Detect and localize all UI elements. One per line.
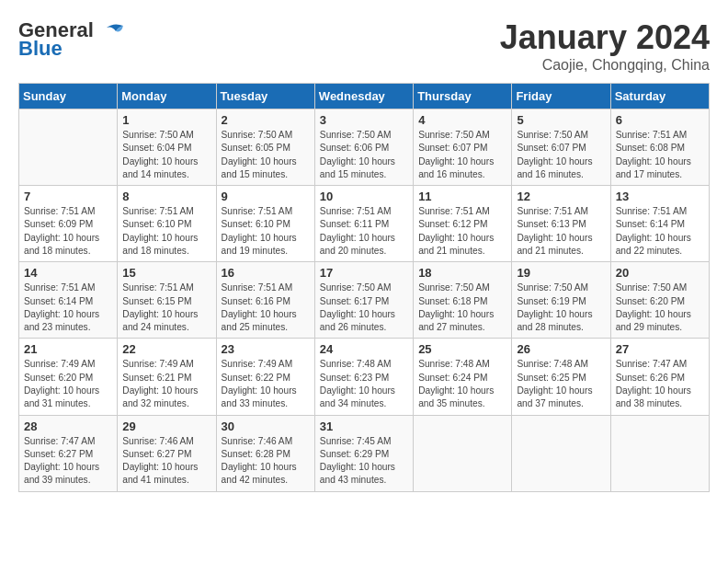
day-info: Sunrise: 7:51 AM Sunset: 6:15 PM Dayligh…: [122, 282, 210, 334]
logo-bird-icon: [97, 20, 125, 40]
calendar-cell: 22Sunrise: 7:49 AM Sunset: 6:21 PM Dayli…: [118, 339, 216, 415]
day-number: 24: [320, 342, 408, 356]
calendar-cell: [610, 415, 709, 491]
day-info: Sunrise: 7:50 AM Sunset: 6:18 PM Dayligh…: [418, 282, 506, 334]
day-info: Sunrise: 7:50 AM Sunset: 6:04 PM Dayligh…: [122, 129, 210, 181]
day-number: 11: [418, 190, 506, 203]
calendar-cell: 18Sunrise: 7:50 AM Sunset: 6:18 PM Dayli…: [414, 262, 512, 339]
day-number: 9: [222, 190, 310, 203]
day-info: Sunrise: 7:49 AM Sunset: 6:22 PM Dayligh…: [222, 358, 310, 410]
calendar-cell: 28Sunrise: 7:47 AM Sunset: 6:27 PM Dayli…: [19, 415, 118, 491]
page-header: General Blue January 2024 Caojie, Chongq…: [18, 18, 710, 74]
day-number: 3: [320, 113, 408, 127]
weekday-header-sunday: Sunday: [19, 84, 118, 109]
calendar-header: SundayMondayTuesdayWednesdayThursdayFrid…: [19, 84, 710, 109]
calendar-table: SundayMondayTuesdayWednesdayThursdayFrid…: [18, 83, 710, 492]
day-info: Sunrise: 7:51 AM Sunset: 6:10 PM Dayligh…: [222, 205, 310, 258]
logo-blue-text: Blue: [18, 37, 63, 61]
day-number: 14: [24, 266, 112, 280]
day-info: Sunrise: 7:46 AM Sunset: 6:27 PM Dayligh…: [122, 435, 210, 488]
day-info: Sunrise: 7:51 AM Sunset: 6:16 PM Dayligh…: [222, 282, 310, 334]
calendar-cell: 4Sunrise: 7:50 AM Sunset: 6:07 PM Daylig…: [414, 109, 512, 186]
day-number: 28: [24, 419, 112, 433]
calendar-cell: 13Sunrise: 7:51 AM Sunset: 6:14 PM Dayli…: [610, 186, 709, 262]
week-row-4: 21Sunrise: 7:49 AM Sunset: 6:20 PM Dayli…: [19, 339, 710, 415]
month-year-title: January 2024: [500, 18, 710, 57]
calendar-cell: 3Sunrise: 7:50 AM Sunset: 6:06 PM Daylig…: [314, 109, 413, 186]
weekday-header-thursday: Thursday: [414, 84, 512, 109]
day-info: Sunrise: 7:51 AM Sunset: 6:14 PM Dayligh…: [616, 205, 704, 258]
calendar-cell: 25Sunrise: 7:48 AM Sunset: 6:24 PM Dayli…: [414, 339, 512, 415]
day-number: 1: [122, 113, 210, 127]
weekday-header-row: SundayMondayTuesdayWednesdayThursdayFrid…: [19, 84, 710, 109]
calendar-cell: 29Sunrise: 7:46 AM Sunset: 6:27 PM Dayli…: [118, 415, 216, 491]
week-row-3: 14Sunrise: 7:51 AM Sunset: 6:14 PM Dayli…: [19, 262, 710, 339]
calendar-cell: 27Sunrise: 7:47 AM Sunset: 6:26 PM Dayli…: [610, 339, 709, 415]
day-number: 25: [418, 342, 506, 356]
day-info: Sunrise: 7:50 AM Sunset: 6:05 PM Dayligh…: [222, 129, 310, 181]
day-info: Sunrise: 7:50 AM Sunset: 6:20 PM Dayligh…: [616, 282, 704, 334]
calendar-cell: 23Sunrise: 7:49 AM Sunset: 6:22 PM Dayli…: [216, 339, 314, 415]
calendar-cell: 9Sunrise: 7:51 AM Sunset: 6:10 PM Daylig…: [216, 186, 314, 262]
calendar-cell: 16Sunrise: 7:51 AM Sunset: 6:16 PM Dayli…: [216, 262, 314, 339]
calendar-cell: 26Sunrise: 7:48 AM Sunset: 6:25 PM Dayli…: [512, 339, 610, 415]
calendar-cell: 10Sunrise: 7:51 AM Sunset: 6:11 PM Dayli…: [314, 186, 413, 262]
day-info: Sunrise: 7:47 AM Sunset: 6:27 PM Dayligh…: [24, 435, 112, 488]
day-number: 7: [24, 190, 112, 203]
day-number: 6: [616, 113, 704, 127]
calendar-cell: 5Sunrise: 7:50 AM Sunset: 6:07 PM Daylig…: [512, 109, 610, 186]
day-info: Sunrise: 7:51 AM Sunset: 6:14 PM Dayligh…: [24, 282, 112, 334]
logo: General Blue: [18, 18, 125, 61]
calendar-cell: 8Sunrise: 7:51 AM Sunset: 6:10 PM Daylig…: [118, 186, 216, 262]
day-info: Sunrise: 7:48 AM Sunset: 6:23 PM Dayligh…: [320, 358, 408, 410]
day-number: 10: [320, 190, 408, 203]
day-number: 29: [122, 419, 210, 433]
calendar-cell: 7Sunrise: 7:51 AM Sunset: 6:09 PM Daylig…: [19, 186, 118, 262]
day-info: Sunrise: 7:50 AM Sunset: 6:19 PM Dayligh…: [517, 282, 605, 334]
day-info: Sunrise: 7:49 AM Sunset: 6:21 PM Dayligh…: [122, 358, 210, 410]
day-info: Sunrise: 7:50 AM Sunset: 6:06 PM Dayligh…: [320, 129, 408, 181]
day-number: 19: [517, 266, 605, 280]
calendar-cell: 2Sunrise: 7:50 AM Sunset: 6:05 PM Daylig…: [216, 109, 314, 186]
calendar-cell: 31Sunrise: 7:45 AM Sunset: 6:29 PM Dayli…: [314, 415, 413, 491]
day-number: 23: [222, 342, 310, 356]
calendar-cell: 19Sunrise: 7:50 AM Sunset: 6:19 PM Dayli…: [512, 262, 610, 339]
day-info: Sunrise: 7:50 AM Sunset: 6:07 PM Dayligh…: [418, 129, 506, 181]
day-number: 18: [418, 266, 506, 280]
calendar-cell: 15Sunrise: 7:51 AM Sunset: 6:15 PM Dayli…: [118, 262, 216, 339]
day-number: 8: [122, 190, 210, 203]
day-info: Sunrise: 7:50 AM Sunset: 6:07 PM Dayligh…: [517, 129, 605, 181]
day-number: 26: [517, 342, 605, 356]
day-number: 20: [616, 266, 704, 280]
day-number: 22: [122, 342, 210, 356]
weekday-header-wednesday: Wednesday: [314, 84, 413, 109]
day-number: 31: [320, 419, 408, 433]
calendar-body: 1Sunrise: 7:50 AM Sunset: 6:04 PM Daylig…: [19, 109, 710, 492]
weekday-header-monday: Monday: [118, 84, 216, 109]
weekday-header-saturday: Saturday: [610, 84, 709, 109]
calendar-cell: 14Sunrise: 7:51 AM Sunset: 6:14 PM Dayli…: [19, 262, 118, 339]
day-info: Sunrise: 7:51 AM Sunset: 6:08 PM Dayligh…: [616, 129, 704, 181]
calendar-cell: 20Sunrise: 7:50 AM Sunset: 6:20 PM Dayli…: [610, 262, 709, 339]
day-number: 13: [616, 190, 704, 203]
day-info: Sunrise: 7:51 AM Sunset: 6:12 PM Dayligh…: [418, 205, 506, 258]
day-info: Sunrise: 7:51 AM Sunset: 6:09 PM Dayligh…: [24, 205, 112, 258]
title-block: January 2024 Caojie, Chongqing, China: [500, 18, 710, 74]
day-number: 4: [418, 113, 506, 127]
day-info: Sunrise: 7:51 AM Sunset: 6:10 PM Dayligh…: [122, 205, 210, 258]
day-number: 5: [517, 113, 605, 127]
day-number: 30: [222, 419, 310, 433]
weekday-header-friday: Friday: [512, 84, 610, 109]
day-number: 27: [616, 342, 704, 356]
calendar-cell: 24Sunrise: 7:48 AM Sunset: 6:23 PM Dayli…: [314, 339, 413, 415]
calendar-cell: 11Sunrise: 7:51 AM Sunset: 6:12 PM Dayli…: [414, 186, 512, 262]
calendar-cell: 30Sunrise: 7:46 AM Sunset: 6:28 PM Dayli…: [216, 415, 314, 491]
calendar-cell: [414, 415, 512, 491]
location-subtitle: Caojie, Chongqing, China: [500, 57, 710, 74]
weekday-header-tuesday: Tuesday: [216, 84, 314, 109]
day-info: Sunrise: 7:46 AM Sunset: 6:28 PM Dayligh…: [222, 435, 310, 488]
day-info: Sunrise: 7:49 AM Sunset: 6:20 PM Dayligh…: [24, 358, 112, 410]
calendar-cell: 12Sunrise: 7:51 AM Sunset: 6:13 PM Dayli…: [512, 186, 610, 262]
calendar-cell: [19, 109, 118, 186]
day-number: 17: [320, 266, 408, 280]
